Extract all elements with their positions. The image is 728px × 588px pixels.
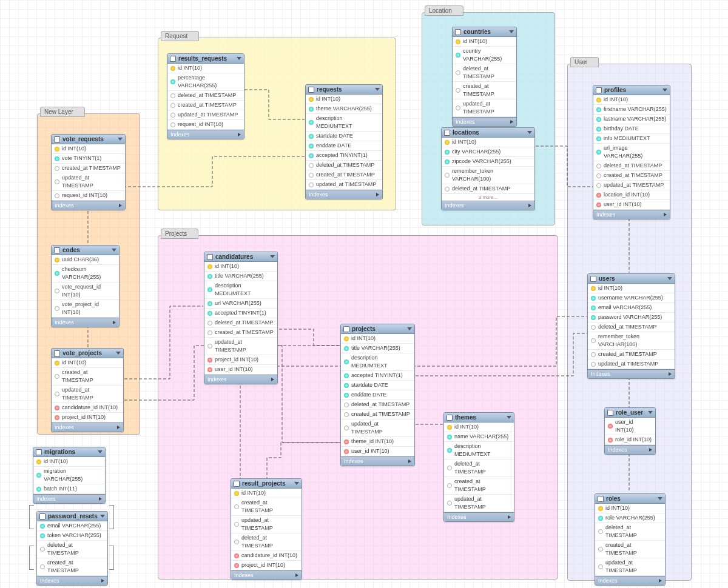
chevron-down-icon[interactable]: [294, 482, 299, 485]
table-header[interactable]: profiles: [593, 85, 670, 95]
chevron-down-icon[interactable]: [407, 327, 412, 330]
table-header[interactable]: locations: [442, 128, 534, 138]
chevron-down-icon[interactable]: [237, 57, 241, 60]
column-row: enddate DATE: [306, 141, 382, 151]
table-password_resets[interactable]: password_resetsemail VARCHAR(255)token V…: [36, 511, 108, 586]
table-header[interactable]: result_projects: [231, 479, 302, 489]
indexes-row[interactable]: Indexes: [204, 375, 277, 384]
chevron-down-icon[interactable]: [100, 515, 105, 518]
column-def: description MEDIUMTEXT: [316, 115, 379, 130]
table-profiles[interactable]: profilesid INT(10)firstname VARCHAR(255)…: [593, 85, 670, 219]
chevron-down-icon[interactable]: [648, 411, 653, 414]
table-locations[interactable]: locationsid INT(10)city VARCHAR(255)zipc…: [441, 127, 535, 210]
table-candidatures[interactable]: candidaturesid INT(10)title VARCHAR(255)…: [204, 252, 278, 384]
column-row: deleted_at TIMESTAMP: [595, 523, 665, 541]
table-header[interactable]: candidatures: [204, 252, 277, 262]
table-title: requests: [317, 86, 342, 93]
table-header[interactable]: vote_requests: [52, 135, 125, 144]
column-row: birthday DATE: [593, 124, 670, 134]
more-indicator[interactable]: 3 more...: [442, 194, 534, 201]
table-header[interactable]: countries: [453, 27, 516, 37]
chevron-down-icon[interactable]: [667, 277, 672, 280]
table-countries[interactable]: countriesid INT(10)country VARCHAR(255)d…: [452, 27, 517, 127]
indexes-row[interactable]: Indexes: [167, 130, 244, 139]
column-type-icon: [447, 435, 452, 439]
table-vote_requests[interactable]: vote_requestsid INT(10)vote TINYINT(1)cr…: [51, 134, 126, 210]
indexes-row[interactable]: Indexes: [52, 201, 125, 210]
table-title: result_projects: [242, 480, 286, 487]
indexes-row[interactable]: Indexes: [306, 190, 382, 199]
table-users[interactable]: usersid INT(10)username VARCHAR(255)emai…: [587, 273, 675, 379]
indexes-row[interactable]: Indexes: [593, 210, 670, 219]
table-header[interactable]: role_user: [605, 408, 655, 418]
indexes-row[interactable]: Indexes: [37, 576, 107, 585]
chevron-down-icon[interactable]: [662, 89, 667, 92]
table-header[interactable]: codes: [52, 246, 119, 255]
chevron-down-icon[interactable]: [527, 131, 532, 134]
table-result_projects[interactable]: result_projectsid INT(10)created_at TIME…: [231, 478, 302, 580]
column-type-icon: [309, 134, 314, 139]
table-roles[interactable]: rolesid INT(10)role VARCHAR(255)deleted_…: [595, 493, 666, 586]
table-header[interactable]: themes: [444, 413, 514, 423]
indexes-row[interactable]: Indexes: [52, 318, 119, 327]
table-projects[interactable]: projectsid INT(10)title VARCHAR(255)desc…: [340, 324, 415, 466]
chevron-down-icon[interactable]: [658, 497, 662, 500]
table-title: projects: [352, 326, 376, 332]
column-def: project_id INT(10): [62, 413, 106, 421]
indexes-row[interactable]: Indexes: [52, 423, 123, 432]
column-def: updated_at TIMESTAMP: [316, 181, 376, 189]
chevron-down-icon[interactable]: [507, 416, 511, 419]
indexes-row[interactable]: Indexes: [341, 456, 414, 466]
table-header[interactable]: roles: [595, 494, 665, 504]
indexes-row[interactable]: Indexes: [595, 576, 665, 585]
indexes-row[interactable]: Indexes: [33, 494, 105, 503]
column-type-icon: [456, 88, 460, 93]
layer-label: Location: [425, 5, 463, 16]
column-type-icon: [445, 159, 450, 164]
indexes-row[interactable]: Indexes: [605, 445, 655, 454]
column-def: created_at TIMESTAMP: [605, 541, 662, 557]
column-def: email VARCHAR(255): [598, 304, 652, 312]
arrow-right-icon: [508, 515, 511, 519]
table-header[interactable]: requests: [306, 85, 382, 95]
table-title: role_user: [616, 409, 643, 416]
indexes-label: Indexes: [598, 578, 618, 584]
table-role_user[interactable]: role_useruser_id INT(10)role_id INT(10)I…: [604, 407, 656, 455]
table-header[interactable]: projects: [341, 324, 414, 334]
indexes-row[interactable]: Indexes: [588, 369, 675, 378]
column-def: id INT(10): [604, 96, 628, 104]
table-codes[interactable]: codesuuid CHAR(36)checksum VARCHAR(255)v…: [51, 245, 120, 327]
table-header[interactable]: users: [588, 274, 675, 284]
chevron-down-icon[interactable]: [375, 88, 380, 91]
chevron-down-icon[interactable]: [98, 450, 103, 453]
table-vote_projects[interactable]: vote_projectsid INT(10)created_at TIMEST…: [51, 348, 124, 432]
table-icon: [170, 56, 176, 62]
indexes-label: Indexes: [55, 424, 74, 430]
column-type-icon: [598, 529, 603, 534]
table-header[interactable]: results_requests: [167, 54, 244, 64]
table-icon: [607, 410, 613, 416]
indexes-row[interactable]: Indexes: [231, 570, 302, 580]
indexes-row[interactable]: Indexes: [442, 201, 534, 210]
chevron-down-icon[interactable]: [116, 352, 121, 355]
column-def: created_at TIMESTAMP: [62, 164, 121, 172]
column-def: id INT(10): [215, 262, 239, 270]
indexes-row[interactable]: Indexes: [453, 117, 516, 126]
chevron-down-icon[interactable]: [509, 30, 514, 33]
chevron-down-icon[interactable]: [112, 249, 116, 252]
chevron-down-icon[interactable]: [118, 138, 123, 141]
table-results_requests[interactable]: results_requestsid INT(10)percentage VAR…: [167, 53, 244, 139]
table-themes[interactable]: themesid INT(10)name VARCHAR(255)descrip…: [443, 412, 514, 522]
column-def: deleted_at TIMESTAMP: [351, 401, 410, 409]
table-header[interactable]: password_resets: [37, 512, 107, 521]
table-header[interactable]: migrations: [33, 447, 105, 457]
table-migrations[interactable]: migrationsid INT(10)migration VARCHAR(25…: [33, 447, 106, 504]
chevron-down-icon[interactable]: [270, 255, 275, 258]
column-def: startdate DATE: [316, 132, 353, 140]
table-header[interactable]: vote_projects: [52, 349, 123, 358]
indexes-row[interactable]: Indexes: [444, 512, 514, 521]
column-def: firstname VARCHAR(255): [604, 105, 667, 113]
table-requests[interactable]: requestsid INT(10)theme VARCHAR(255)desc…: [305, 84, 383, 199]
column-row: firstname VARCHAR(255): [593, 105, 670, 115]
column-type-icon: [55, 156, 59, 161]
